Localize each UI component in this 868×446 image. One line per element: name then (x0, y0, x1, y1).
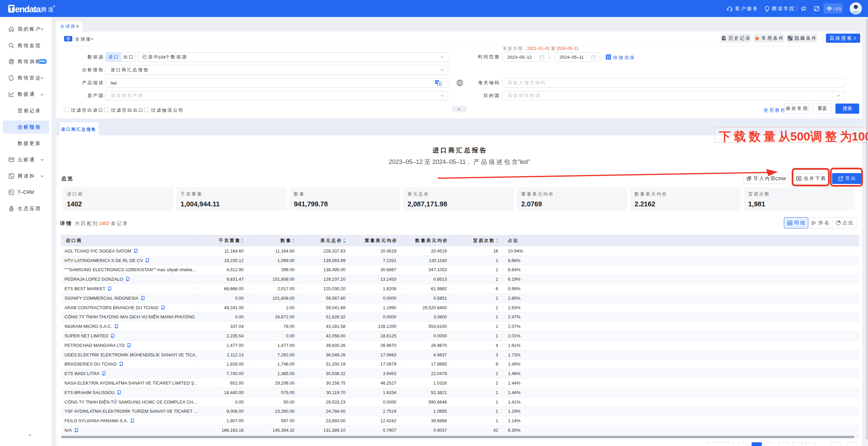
svg-text:A: A (438, 82, 440, 86)
svg-text:BI: BI (11, 176, 13, 178)
